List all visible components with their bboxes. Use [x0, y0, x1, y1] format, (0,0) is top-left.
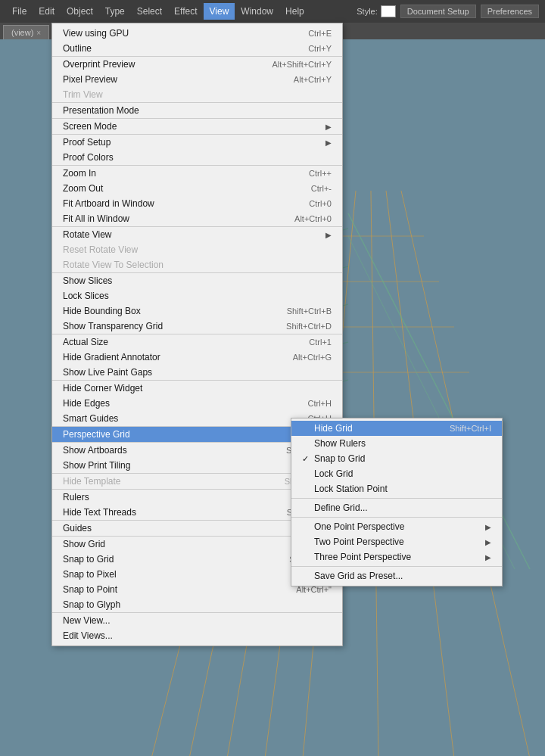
menu-show-slices[interactable]: Show Slices	[52, 273, 342, 288]
menu-proof-setup[interactable]: Proof Setup ▶	[52, 135, 342, 150]
menu-help[interactable]: Help	[279, 3, 310, 20]
menu-overprint-preview[interactable]: Overprint Preview Alt+Shift+Ctrl+Y	[52, 57, 342, 72]
view-tab[interactable]: (view) ×	[3, 25, 49, 39]
menu-proof-colors[interactable]: Proof Colors	[52, 150, 342, 165]
toolbar: File Edit Object Type Select Effect View…	[0, 0, 545, 23]
menu-section-8: Show Slices Lock Slices Hide Bounding Bo…	[52, 272, 342, 334]
menu-section-7: Rotate View ▶ Reset Rotate View Rotate V…	[52, 226, 342, 272]
menu-show-transparency-grid[interactable]: Show Transparency Grid Shift+Ctrl+D	[52, 319, 342, 334]
menu-object[interactable]: Object	[61, 3, 99, 20]
menu-presentation-mode[interactable]: Presentation Mode	[52, 103, 342, 118]
menu-section-6: Zoom In Ctrl++ Zoom Out Ctrl+- Fit Artbo…	[52, 165, 342, 226]
preferences-button[interactable]: Preferences	[481, 5, 539, 18]
submenu-lock-grid[interactable]: Lock Grid	[291, 466, 502, 481]
menu-view-using-gpu[interactable]: View using GPU Ctrl+E	[52, 26, 342, 41]
submenu-one-point-perspective[interactable]: One Point Perspective ▶	[291, 519, 502, 534]
document-setup-button[interactable]: Document Setup	[400, 5, 476, 18]
style-swatch[interactable]	[381, 5, 396, 17]
menu-file[interactable]: File	[6, 3, 33, 20]
submenu-save-grid-preset[interactable]: Save Grid as Preset...	[291, 568, 502, 583]
menu-new-view[interactable]: New View...	[52, 613, 342, 628]
submenu-three-point-perspective[interactable]: Three Point Perspective ▶	[291, 549, 502, 565]
menu-select[interactable]: Select	[131, 3, 168, 20]
menu-effect[interactable]: Effect	[168, 3, 203, 20]
menu-outline[interactable]: Outline Ctrl+Y	[52, 41, 342, 56]
menu-snap-to-glyph[interactable]: Snap to Glyph	[52, 597, 342, 612]
menu-show-live-paint-gaps[interactable]: Show Live Paint Gaps	[52, 365, 342, 380]
submenu-show-rulers[interactable]: Show Rulers	[291, 436, 502, 451]
menu-trim-view: Trim View	[52, 87, 342, 102]
menu-view[interactable]: View	[204, 3, 235, 20]
submenu-define-grid[interactable]: Define Grid...	[291, 500, 502, 515]
menu-zoom-in[interactable]: Zoom In Ctrl++	[52, 166, 342, 181]
submenu-snap-to-grid[interactable]: ✓ Snap to Grid	[291, 451, 502, 466]
menu-bar: File Edit Object Type Select Effect View…	[6, 3, 310, 20]
menu-section-4: Screen Mode ▶	[52, 118, 342, 134]
menu-hide-bounding-box[interactable]: Hide Bounding Box Shift+Ctrl+B	[52, 303, 342, 319]
submenu-two-point-perspective[interactable]: Two Point Perspective ▶	[291, 534, 502, 549]
menu-section-5: Proof Setup ▶ Proof Colors	[52, 134, 342, 165]
style-label: Style:	[357, 5, 396, 17]
menu-pixel-preview[interactable]: Pixel Preview Alt+Ctrl+Y	[52, 72, 342, 87]
tab-label: (view)	[11, 28, 33, 37]
submenu-divider-3	[291, 566, 502, 567]
menu-edit-views[interactable]: Edit Views...	[52, 628, 342, 643]
menu-section-3: Presentation Mode	[52, 102, 342, 118]
menu-rotate-to-selection: Rotate View To Selection	[52, 257, 342, 272]
menu-section-9: Actual Size Ctrl+1 Hide Gradient Annotat…	[52, 334, 342, 380]
menu-hide-edges[interactable]: Hide Edges Ctrl+H	[52, 396, 342, 411]
submenu-lock-station-point[interactable]: Lock Station Point	[291, 481, 502, 496]
menu-hide-corner-widget[interactable]: Hide Corner Widget	[52, 381, 342, 396]
submenu-divider-1	[291, 498, 502, 499]
menu-screen-mode[interactable]: Screen Mode ▶	[52, 119, 342, 134]
menu-window[interactable]: Window	[235, 3, 279, 20]
perspective-grid-submenu: Hide Grid Shift+Ctrl+I Show Rulers ✓ Sna…	[291, 418, 503, 586]
tab-close[interactable]: ×	[36, 29, 41, 37]
menu-section-17: New View... Edit Views...	[52, 612, 342, 643]
menu-lock-slices[interactable]: Lock Slices	[52, 288, 342, 303]
menu-hide-gradient-annotator[interactable]: Hide Gradient Annotator Alt+Ctrl+G	[52, 350, 342, 365]
menu-actual-size[interactable]: Actual Size Ctrl+1	[52, 334, 342, 350]
menu-section-1: View using GPU Ctrl+E Outline Ctrl+Y	[52, 26, 342, 56]
menu-section-2: Overprint Preview Alt+Shift+Ctrl+Y Pixel…	[52, 56, 342, 102]
menu-fit-artboard[interactable]: Fit Artboard in Window Ctrl+0	[52, 196, 342, 211]
menu-reset-rotate: Reset Rotate View	[52, 242, 342, 257]
toolbar-right: Style: Document Setup Preferences	[357, 5, 539, 18]
menu-rotate-view[interactable]: Rotate View ▶	[52, 227, 342, 242]
menu-type[interactable]: Type	[99, 3, 131, 20]
submenu-hide-grid[interactable]: Hide Grid Shift+Ctrl+I	[291, 421, 502, 436]
submenu-divider-2	[291, 517, 502, 518]
menu-zoom-out[interactable]: Zoom Out Ctrl+-	[52, 181, 342, 196]
menu-edit[interactable]: Edit	[33, 3, 61, 20]
menu-fit-all[interactable]: Fit All in Window Alt+Ctrl+0	[52, 211, 342, 226]
